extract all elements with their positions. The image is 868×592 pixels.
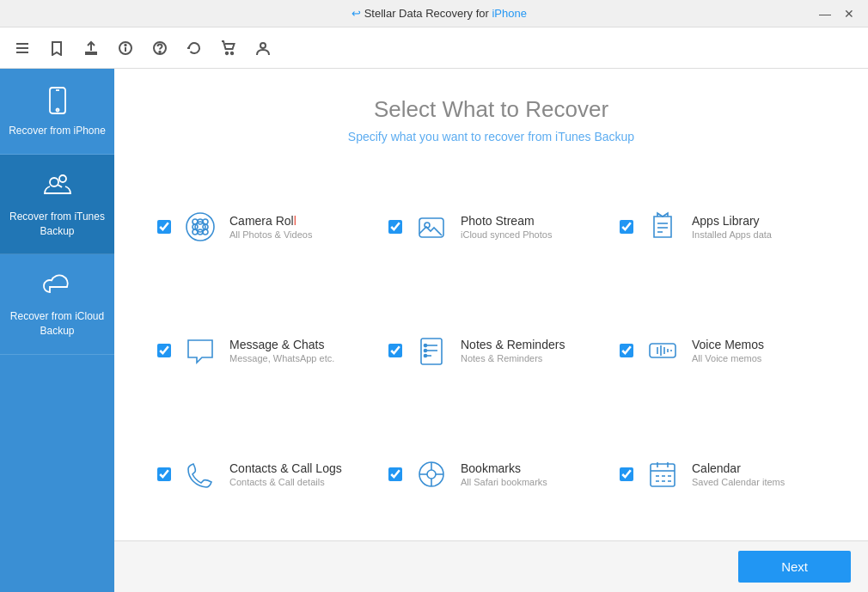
- contacts-calls-name: Contacts & Call Logs: [229, 461, 342, 475]
- export-icon[interactable]: [79, 36, 103, 60]
- menu-icon[interactable]: [10, 36, 34, 60]
- svg-point-37: [425, 355, 427, 357]
- notes-reminders-desc: Notes & Reminders: [461, 353, 565, 363]
- calendar-icon: [644, 455, 682, 493]
- list-item: Bookmarks All Safari bookmarks: [380, 417, 602, 532]
- minimize-button[interactable]: —: [816, 5, 834, 22]
- toolbar: [0, 27, 868, 69]
- window-controls: — ✕: [816, 5, 858, 22]
- bookmarks-checkbox[interactable]: [388, 467, 402, 481]
- list-item: Notes & Reminders Notes & Reminders: [380, 293, 602, 408]
- message-chats-desc: Message, WhatsApp etc.: [229, 353, 334, 363]
- photo-stream-text: Photo Stream iCloud synced Photos: [461, 214, 552, 240]
- list-item: Message & Chats Message, WhatsApp etc.: [149, 293, 371, 408]
- sidebar-iphone-label: Recover from iPhone: [9, 124, 106, 138]
- sidebar-itunes-label: Recover from iTunes Backup: [9, 210, 106, 239]
- contacts-calls-text: Contacts & Call Logs Contacts & Call det…: [229, 461, 342, 487]
- message-chats-icon: [181, 332, 219, 369]
- page-subtitle: Specify what you want to recover from iT…: [131, 130, 851, 143]
- contacts-calls-icon: [181, 455, 219, 493]
- bookmark-icon[interactable]: [45, 36, 69, 60]
- bookmarks-desc: All Safari bookmarks: [461, 477, 547, 487]
- sidebar-item-icloud[interactable]: Recover from iCloud Backup: [0, 254, 114, 355]
- main-layout: Recover from iPhone Recover from iTunes …: [0, 69, 868, 592]
- list-item: Voice Memos All Voice memos: [611, 293, 834, 408]
- recovery-grid: Camera Roll All Photos & Videos Photo St…: [114, 161, 868, 540]
- apps-library-checkbox[interactable]: [620, 220, 633, 234]
- voice-memos-text: Voice Memos All Voice memos: [692, 338, 764, 363]
- svg-rect-11: [50, 88, 65, 113]
- svg-point-14: [50, 178, 58, 186]
- apps-library-text: Apps Library Installed Apps data: [692, 214, 772, 240]
- list-item: Photo Stream iCloud synced Photos: [380, 169, 602, 284]
- svg-point-15: [59, 175, 66, 182]
- svg-point-22: [203, 229, 208, 235]
- camera-roll-desc: All Photos & Videos: [229, 229, 312, 240]
- apps-library-desc: Installed Apps data: [692, 229, 772, 240]
- camera-roll-name: Camera Roll: [229, 214, 312, 228]
- svg-point-24: [193, 229, 198, 235]
- svg-point-46: [427, 470, 436, 479]
- message-chats-checkbox[interactable]: [157, 344, 171, 357]
- sidebar-item-itunes[interactable]: Recover from iTunes Backup: [0, 155, 114, 255]
- photo-stream-desc: iCloud synced Photos: [461, 229, 552, 240]
- bookmarks-text: Bookmarks All Safari bookmarks: [461, 461, 547, 487]
- bookmarks-name: Bookmarks: [461, 461, 547, 475]
- notes-reminders-name: Notes & Reminders: [461, 338, 565, 351]
- app-title: ↩ Stellar Data Recovery for iPhone: [62, 7, 816, 20]
- svg-point-13: [56, 109, 58, 112]
- user-icon[interactable]: [251, 36, 275, 60]
- calendar-name: Calendar: [692, 461, 785, 475]
- help-icon[interactable]: [148, 36, 172, 60]
- voice-memos-icon: [644, 332, 682, 369]
- svg-point-18: [193, 219, 198, 224]
- refresh-icon[interactable]: [182, 36, 206, 60]
- message-chats-text: Message & Chats Message, WhatsApp etc.: [229, 338, 334, 363]
- content-area: Select What to Recover Specify what you …: [114, 69, 868, 592]
- photo-stream-name: Photo Stream: [461, 214, 552, 228]
- cart-icon[interactable]: [217, 36, 241, 60]
- content-header: Select What to Recover Specify what you …: [114, 69, 868, 161]
- svg-point-20: [203, 219, 208, 224]
- photo-stream-checkbox[interactable]: [388, 220, 402, 234]
- calendar-desc: Saved Calendar items: [692, 477, 785, 487]
- camera-roll-text: Camera Roll All Photos & Videos: [229, 214, 312, 240]
- camera-roll-icon: [181, 208, 219, 246]
- svg-point-5: [125, 44, 125, 45]
- info-icon[interactable]: [113, 36, 138, 60]
- svg-rect-51: [651, 464, 675, 486]
- contacts-calls-checkbox[interactable]: [157, 467, 171, 481]
- list-item: Calendar Saved Calendar items: [611, 417, 834, 532]
- svg-point-7: [159, 51, 160, 52]
- list-item: Contacts & Call Logs Contacts & Call det…: [149, 417, 371, 532]
- apps-library-name: Apps Library: [692, 214, 772, 228]
- sidebar-item-iphone[interactable]: Recover from iPhone: [0, 69, 114, 155]
- calendar-checkbox[interactable]: [620, 467, 633, 481]
- svg-point-10: [260, 43, 266, 48]
- camera-roll-checkbox[interactable]: [157, 220, 171, 234]
- calendar-text: Calendar Saved Calendar items: [692, 461, 785, 487]
- svg-point-36: [425, 350, 427, 352]
- list-item: Apps Library Installed Apps data: [611, 169, 834, 284]
- message-chats-name: Message & Chats: [229, 338, 334, 351]
- svg-point-16: [186, 213, 214, 241]
- voice-memos-checkbox[interactable]: [620, 344, 633, 357]
- title-accent: iPhone: [492, 7, 526, 20]
- svg-point-35: [425, 345, 427, 347]
- svg-point-9: [231, 52, 233, 53]
- close-button[interactable]: ✕: [840, 5, 858, 22]
- photo-stream-icon: [413, 208, 450, 246]
- voice-memos-desc: All Voice memos: [692, 353, 764, 363]
- notes-reminders-checkbox[interactable]: [388, 344, 402, 357]
- contacts-calls-desc: Contacts & Call details: [229, 477, 342, 487]
- title-bar: ↩ Stellar Data Recovery for iPhone — ✕: [0, 0, 868, 27]
- notes-reminders-text: Notes & Reminders Notes & Reminders: [461, 338, 565, 363]
- notes-reminders-icon: [413, 332, 450, 369]
- apps-library-icon: [644, 208, 682, 246]
- bottom-bar: Next: [114, 540, 868, 592]
- sidebar-icloud-label: Recover from iCloud Backup: [9, 309, 106, 339]
- bookmarks-icon: [413, 455, 450, 493]
- voice-memos-name: Voice Memos: [692, 338, 764, 351]
- next-button[interactable]: Next: [738, 551, 851, 583]
- sidebar: Recover from iPhone Recover from iTunes …: [0, 69, 114, 592]
